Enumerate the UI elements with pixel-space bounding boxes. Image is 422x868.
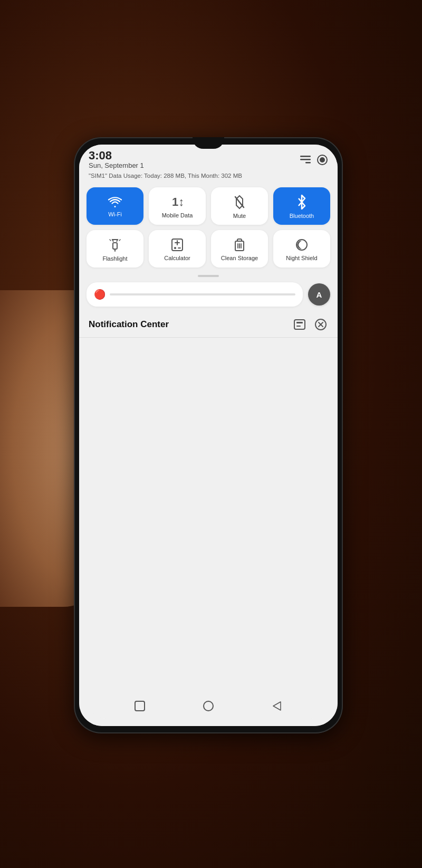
tile-night-shield[interactable]: Night Shield	[273, 230, 330, 268]
notch	[193, 137, 224, 149]
status-time: 3:08	[89, 150, 144, 161]
screen: 3:08 Sun, September 1	[79, 145, 338, 726]
tile-flashlight[interactable]: Flashlight	[87, 230, 143, 268]
wifi-label: Wi-Fi	[108, 211, 122, 218]
home-button[interactable]	[202, 699, 215, 713]
svg-line-10	[119, 240, 120, 241]
svg-rect-23	[296, 322, 303, 323]
svg-rect-28	[135, 701, 145, 711]
back-button[interactable]	[270, 699, 284, 713]
svg-rect-22	[294, 320, 305, 329]
notification-actions	[292, 317, 328, 332]
svg-rect-1	[300, 159, 311, 160]
svg-rect-2	[305, 162, 311, 164]
auto-brightness-button[interactable]: A	[308, 283, 330, 306]
bluetooth-label: Bluetooth	[290, 213, 314, 220]
mobile-data-icon: 1↕	[171, 195, 184, 209]
night-shield-icon	[295, 238, 309, 252]
notification-center-header: Notification Center	[79, 314, 338, 338]
tile-calculator[interactable]: Calculator	[149, 230, 206, 268]
record-icon[interactable]	[316, 154, 328, 166]
status-date: Sun, September 1	[89, 161, 144, 169]
brightness-bar-container[interactable]: 🔴	[87, 282, 303, 307]
status-left: 3:08 Sun, September 1	[89, 150, 144, 169]
mute-icon	[233, 195, 246, 209]
status-right	[300, 154, 328, 166]
tile-bluetooth[interactable]: Bluetooth	[273, 187, 330, 225]
mute-label: Mute	[233, 213, 246, 220]
mobile-data-label: Mobile Data	[162, 212, 193, 219]
quick-tiles-grid: Wi-Fi 1↕ Mobile Data	[79, 184, 338, 273]
tile-clean-storage[interactable]: Clean Storage	[211, 230, 268, 268]
svg-point-29	[204, 701, 213, 711]
svg-text:1↕: 1↕	[172, 195, 184, 208]
night-shield-label: Night Shield	[286, 255, 317, 262]
data-usage: "SIM1" Data Usage: Today: 288 MB, This M…	[79, 171, 338, 184]
scene: 3:08 Sun, September 1	[0, 0, 422, 868]
recent-apps-button[interactable]	[133, 699, 147, 713]
tile-wifi[interactable]: Wi-Fi	[87, 187, 143, 225]
calculator-icon	[171, 238, 184, 252]
wifi-icon	[108, 196, 122, 208]
svg-rect-0	[300, 156, 311, 157]
flashlight-icon	[109, 237, 121, 252]
clean-storage-icon	[233, 238, 246, 252]
clean-storage-label: Clean Storage	[221, 255, 258, 262]
bluetooth-icon	[296, 195, 308, 209]
svg-line-9	[110, 240, 111, 241]
tile-mute[interactable]: Mute	[211, 187, 268, 225]
svg-marker-30	[273, 702, 281, 710]
svg-rect-7	[113, 243, 117, 249]
brightness-icon: 🔴	[94, 289, 106, 300]
menu-icon[interactable]	[300, 154, 311, 166]
svg-rect-24	[296, 326, 301, 327]
calculator-label: Calculator	[164, 255, 190, 262]
notification-manage-button[interactable]	[292, 317, 307, 332]
svg-point-4	[320, 157, 325, 163]
tile-mobile-data[interactable]: 1↕ Mobile Data	[149, 187, 206, 225]
phone-shell: 3:08 Sun, September 1	[74, 137, 343, 733]
brightness-slider[interactable]	[110, 293, 295, 295]
notification-clear-button[interactable]	[313, 317, 328, 332]
notification-center-title: Notification Center	[89, 319, 169, 330]
flashlight-label: Flashlight	[102, 255, 127, 262]
brightness-row: 🔴 A	[79, 282, 338, 314]
drag-indicator	[198, 275, 219, 277]
notification-empty-area	[79, 338, 338, 726]
nav-bar	[84, 693, 332, 719]
